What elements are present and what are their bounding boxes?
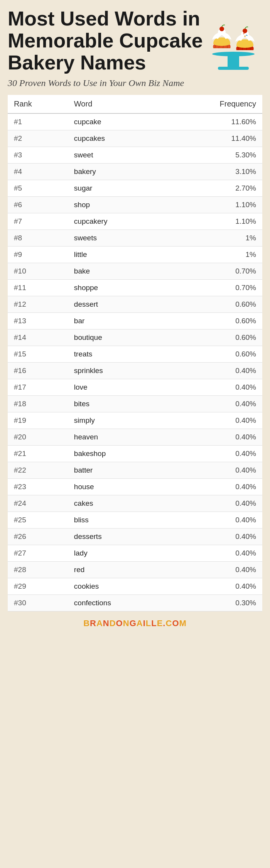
cell-word: dessert: [68, 296, 166, 312]
svg-point-19: [243, 29, 247, 33]
cell-rank: #25: [8, 512, 68, 528]
cell-rank: #5: [8, 180, 68, 196]
table-row: #20heaven0.40%: [8, 429, 262, 445]
brand-letter-N: N: [103, 618, 110, 628]
cell-rank: #10: [8, 263, 68, 279]
title-block: Most Used Words in Memorable Cupcake Bak…: [8, 8, 204, 89]
header-section: Most Used Words in Memorable Cupcake Bak…: [8, 8, 262, 89]
table-container: Rank Word Frequency #1cupcake11.60%#2cup…: [8, 95, 262, 611]
cell-word: bakery: [68, 163, 166, 180]
cell-rank: #19: [8, 412, 68, 429]
table-row: #23house0.40%: [8, 478, 262, 495]
table-row: #4bakery3.10%: [8, 163, 262, 180]
table-row: #10bake0.70%: [8, 263, 262, 279]
page-wrapper: Most Used Words in Memorable Cupcake Bak…: [0, 0, 270, 634]
table-header: Rank Word Frequency: [8, 95, 262, 113]
cell-word: bliss: [68, 512, 166, 528]
cell-rank: #28: [8, 561, 68, 578]
table-row: #27lady0.40%: [8, 545, 262, 561]
brand-letter-N2: N: [123, 618, 130, 628]
table-row: #29cookies0.40%: [8, 578, 262, 594]
cell-frequency: 0.40%: [166, 445, 262, 462]
cell-frequency: 0.40%: [166, 362, 262, 379]
cell-word: bar: [68, 312, 166, 329]
cell-word: bakeshop: [68, 445, 166, 462]
cell-rank: #13: [8, 312, 68, 329]
brand-letter-A2: A: [137, 618, 143, 628]
cell-rank: #3: [8, 147, 68, 163]
cell-word: lady: [68, 545, 166, 561]
cell-word: sugar: [68, 180, 166, 196]
cell-word: confections: [68, 594, 166, 611]
table-row: #28red0.40%: [8, 561, 262, 578]
cell-frequency: 11.60%: [166, 113, 262, 130]
cell-frequency: 0.60%: [166, 346, 262, 362]
cell-frequency: 1.10%: [166, 196, 262, 213]
cell-word: sprinkles: [68, 362, 166, 379]
brand-dot: .: [163, 618, 165, 628]
cell-word: bites: [68, 395, 166, 412]
col-word: Word: [68, 95, 166, 113]
cell-word: sweets: [68, 230, 166, 246]
cell-rank: #12: [8, 296, 68, 312]
cell-frequency: 2.70%: [166, 180, 262, 196]
cell-rank: #21: [8, 445, 68, 462]
cell-word: red: [68, 561, 166, 578]
brand-letter-L: L: [146, 618, 151, 628]
table-row: #17love0.40%: [8, 379, 262, 395]
data-table: Rank Word Frequency #1cupcake11.60%#2cup…: [8, 95, 262, 611]
cell-frequency: 5.30%: [166, 147, 262, 163]
cell-rank: #24: [8, 495, 68, 512]
cell-frequency: 3.10%: [166, 163, 262, 180]
svg-point-2: [212, 52, 255, 56]
cell-rank: #18: [8, 395, 68, 412]
cell-rank: #27: [8, 545, 68, 561]
cell-frequency: 0.30%: [166, 594, 262, 611]
cell-word: simply: [68, 412, 166, 429]
cell-word: heaven: [68, 429, 166, 445]
table-row: #12dessert0.60%: [8, 296, 262, 312]
cell-rank: #2: [8, 130, 68, 147]
table-row: #21bakeshop0.40%: [8, 445, 262, 462]
cell-word: boutique: [68, 329, 166, 346]
table-row: #16sprinkles0.40%: [8, 362, 262, 379]
cell-frequency: 1%: [166, 246, 262, 263]
table-row: #3sweet5.30%: [8, 147, 262, 163]
table-row: #7cupcakery1.10%: [8, 213, 262, 230]
cell-rank: #26: [8, 528, 68, 545]
cell-frequency: 0.60%: [166, 329, 262, 346]
table-row: #11shoppe0.70%: [8, 279, 262, 296]
cell-word: cupcake: [68, 113, 166, 130]
cell-frequency: 0.40%: [166, 528, 262, 545]
brand-letter-O2: O: [172, 618, 179, 628]
brand-letter-A: A: [96, 618, 103, 628]
cell-frequency: 0.40%: [166, 578, 262, 594]
cell-frequency: 0.40%: [166, 412, 262, 429]
brand-letter-M: M: [179, 618, 187, 628]
brand-letter-R: R: [90, 618, 96, 628]
subtitle: 30 Proven Words to Use in Your Own Biz N…: [8, 77, 204, 89]
cell-word: batter: [68, 462, 166, 478]
cell-frequency: 1%: [166, 230, 262, 246]
cell-word: cupcakes: [68, 130, 166, 147]
cell-frequency: 0.40%: [166, 561, 262, 578]
cell-word: treats: [68, 346, 166, 362]
cell-frequency: 0.60%: [166, 296, 262, 312]
cell-frequency: 0.40%: [166, 545, 262, 561]
svg-point-9: [219, 27, 224, 31]
cell-rank: #20: [8, 429, 68, 445]
table-body: #1cupcake11.60%#2cupcakes11.40%#3sweet5.…: [8, 113, 262, 611]
brand-letter-D: D: [110, 618, 116, 628]
table-row: #22batter0.40%: [8, 462, 262, 478]
cell-rank: #6: [8, 196, 68, 213]
cell-rank: #14: [8, 329, 68, 346]
cell-frequency: 0.40%: [166, 379, 262, 395]
col-frequency: Frequency: [166, 95, 262, 113]
cell-frequency: 0.70%: [166, 263, 262, 279]
cell-word: cupcakery: [68, 213, 166, 230]
main-title: Most Used Words in Memorable Cupcake Bak…: [8, 8, 204, 74]
brand-letter-I: I: [143, 618, 146, 628]
cell-frequency: 0.40%: [166, 429, 262, 445]
brand-letter-L2: L: [151, 618, 157, 628]
cell-frequency: 0.40%: [166, 495, 262, 512]
